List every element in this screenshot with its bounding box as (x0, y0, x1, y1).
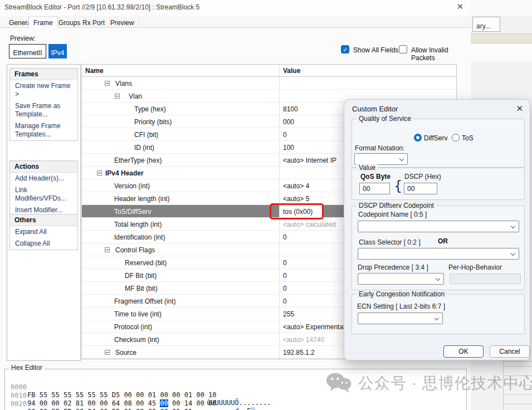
tos-radio-label: ToS (462, 134, 474, 142)
chevron-down-icon (511, 224, 515, 228)
actions-section-title: Actions (10, 161, 77, 173)
sidebar: Frames Create new Frame > Save Frame as … (7, 64, 81, 361)
ethernetii-button[interactable]: EthernetII (9, 44, 46, 58)
sidebar-item-manage-frame-templates[interactable]: Manage Frame Templates... (10, 120, 77, 140)
class-selector-label: Class Selector [ 0:2 ] (359, 238, 421, 246)
format-notation-label: Format Notation: (355, 144, 404, 152)
codepoint-name-select[interactable]: default : Best Effort (358, 221, 519, 232)
annotation-highlight-box (270, 203, 324, 219)
per-hop-behavior-input (450, 274, 521, 284)
sidebar-item-collapse-all[interactable]: Collapse All (10, 238, 77, 250)
others-section-title: Others (10, 214, 77, 226)
chevron-down-icon (399, 157, 404, 161)
diffserv-radio-label: DiffServ (424, 134, 447, 142)
hex-editor-label: Hex Editor (9, 364, 45, 372)
early-congestion-notification-group: Early Congestion Notification ECN Settin… (352, 294, 525, 334)
close-icon[interactable]: ✕ (516, 104, 523, 114)
class-selector-select[interactable]: 000000 : default (358, 248, 519, 260)
ecn-setting-select[interactable]: 00 : not-ECT (358, 313, 443, 324)
tos-radio[interactable] (452, 134, 460, 141)
value-group: Value QoS Byte DSCP (Hex) { (352, 168, 525, 200)
background-panel (471, 43, 532, 61)
ok-button[interactable]: OK (443, 345, 484, 358)
chevron-down-icon (511, 251, 515, 256)
others-section: Others Expand All Collapse All (9, 214, 78, 250)
background-header-bar (471, 33, 532, 43)
collapse-icon[interactable] (115, 94, 120, 99)
collapse-icon[interactable] (105, 247, 110, 252)
column-header-name: Name (85, 67, 104, 75)
drop-precedence-select[interactable]: 0 : Undefined (358, 273, 444, 285)
wechat-icon (326, 372, 352, 394)
show-all-fields-checkbox[interactable]: ✓ (341, 45, 349, 53)
selected-byte: 00 (160, 399, 168, 407)
quality-of-service-group: Quality of Service DiffServ ToS Format N… (352, 119, 525, 168)
table-row-vlans[interactable]: Vlans (82, 77, 456, 90)
format-notation-select[interactable]: Hexadecimal (354, 153, 408, 165)
sidebar-item-link-modifiers-vfds[interactable]: Link Modifiers/VFDs... (10, 184, 77, 204)
cancel-button[interactable]: Cancel (490, 345, 530, 358)
actions-section: Actions Add Header(s)... Link Modifiers/… (9, 160, 78, 217)
frames-section-title: Frames (10, 69, 77, 80)
allow-invalid-packets-checkbox[interactable] (399, 45, 407, 53)
codepoint-name-label: Codepoint Name [ 0:5 ] (358, 211, 427, 218)
dialog-title: Custom Editor (352, 105, 398, 113)
chevron-down-icon (435, 316, 439, 320)
tab-bar: General Frame Groups Rx Port Preview (0, 16, 471, 28)
allow-invalid-packets-label: Allow Invalid Packets (411, 46, 471, 62)
tab-preview[interactable]: Preview (106, 17, 139, 28)
watermark: 公众号 · 思博伦技术中心 (326, 372, 532, 394)
ecn-setting-label: ECN Setting [ Last 2-bits 6:7 ] (357, 302, 445, 310)
or-label: OR (438, 237, 448, 245)
show-all-fields-label: Show All Fields (353, 46, 398, 54)
selected-byte-ascii: . (251, 407, 255, 410)
tab-frame[interactable]: Frame (28, 16, 58, 28)
tab-rx-port[interactable]: Rx Port (78, 17, 110, 28)
per-hop-behavior-label: Per-Hop-Behavior (448, 263, 502, 271)
dscp-hex-input[interactable] (404, 183, 437, 194)
ipv4-button[interactable]: IPv4 (48, 44, 67, 58)
collapse-icon[interactable] (97, 170, 102, 175)
qos-byte-label: QoS Byte (360, 173, 391, 180)
drop-precedence-label: Drop Precedence [ 3:4 ] (358, 263, 428, 271)
background-partial-button[interactable]: ary... (472, 17, 500, 32)
close-icon[interactable]: ✕ (454, 2, 466, 12)
collapse-icon[interactable] (105, 81, 110, 86)
dscp-diffserv-codepoint-group: DSCP Diffserv Codepoint Codepoint Name [… (352, 206, 525, 290)
watermark-text: 公众号 · 思博伦技术中心 (358, 373, 532, 394)
custom-editor-dialog: Custom Editor ✕ Quality of Service DiffS… (344, 99, 530, 360)
dscp-hex-label: DSCP (Hex) (404, 173, 441, 180)
diffserv-radio[interactable] (414, 134, 422, 141)
sidebar-item-save-frame-as-template[interactable]: Save Frame as Template... (10, 100, 77, 120)
qos-byte-input[interactable] (359, 183, 390, 194)
titlebar: StreamBlock Editor - Port //2/9 [10.61.3… (0, 0, 471, 16)
window-title: StreamBlock Editor - Port //2/9 [10.61.3… (4, 3, 199, 11)
column-header-value: Value (283, 67, 300, 75)
table-header: Name Value (82, 65, 456, 77)
sidebar-item-expand-all[interactable]: Expand All (10, 226, 77, 238)
preview-label: Preview: (10, 35, 36, 42)
brace-glyph: { (394, 178, 402, 194)
collapse-icon[interactable] (105, 350, 110, 355)
background-window-top (471, 0, 532, 16)
frames-section: Frames Create new Frame > Save Frame as … (9, 68, 78, 141)
sidebar-item-add-headers[interactable]: Add Header(s)... (10, 173, 77, 184)
sidebar-item-create-new-frame[interactable]: Create new Frame > (10, 80, 77, 100)
chevron-down-icon (436, 276, 440, 281)
